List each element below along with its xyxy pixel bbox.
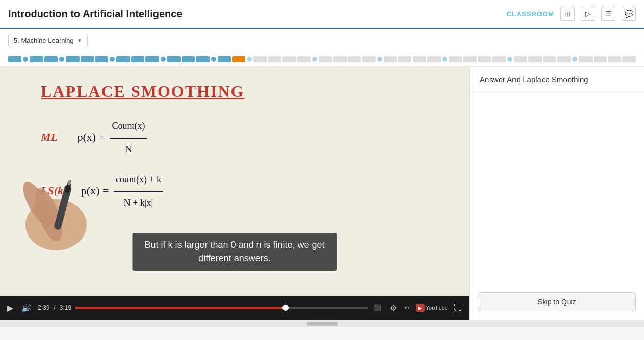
module-label: 5. Machine Learning	[14, 37, 74, 44]
video-controls: ▶ 🔊 2:39 / 3:19 ⬛ ⚙ ⚙ ▶ YouTube ⛶	[0, 296, 469, 320]
dropdown-arrow-icon: ▼	[77, 38, 82, 43]
video-panel: LAPLACE SMOOTHING ML p(x) = Count(x) N L…	[0, 67, 469, 320]
top-bar: Introduction to Artificial Intelligence …	[0, 0, 644, 29]
hand-svg	[10, 153, 112, 255]
classroom-label[interactable]: CLASSROOM	[507, 10, 555, 18]
time-separator: /	[54, 304, 55, 311]
play-icon[interactable]: ▷	[581, 7, 595, 21]
video-progress-fill	[75, 307, 286, 309]
formula-ls-denominator: N + k|x|	[122, 192, 155, 214]
whiteboard: LAPLACE SMOOTHING ML p(x) = Count(x) N L…	[0, 67, 469, 296]
youtube-label: YouTube	[426, 305, 448, 311]
formula-ml-fraction: Count(x) N	[110, 116, 147, 160]
youtube-icon: ▶	[416, 304, 425, 312]
document-icon[interactable]: ☰	[601, 7, 615, 21]
time-total: 3:19	[60, 304, 71, 311]
main-content: LAPLACE SMOOTHING ML p(x) = Count(x) N L…	[0, 67, 644, 320]
formula-ml-label: ML	[41, 130, 58, 143]
formula-ls-numerator: count(x) + k	[114, 170, 163, 192]
subtitle-line2: different answers.	[198, 253, 271, 264]
volume-button[interactable]: 🔊	[19, 301, 34, 315]
settings-button[interactable]: ⚙	[388, 301, 399, 315]
hand-illustration	[10, 153, 112, 255]
formula-ml-eq: p(x) =	[78, 130, 106, 143]
sidebar-header: Answer And Laplace Smoothing	[470, 67, 644, 92]
sub-bar: 5. Machine Learning ▼	[0, 29, 644, 53]
fullscreen-button[interactable]: ⛶	[452, 301, 464, 315]
whiteboard-title: LAPLACE SMOOTHING	[41, 82, 439, 101]
progress-bar	[0, 53, 644, 67]
bottom-scrollbar[interactable]	[0, 320, 644, 327]
play-button[interactable]: ▶	[5, 301, 15, 315]
scroll-thumb	[307, 322, 338, 326]
skip-quiz-button[interactable]: Skip to Quiz	[478, 292, 636, 311]
video-progress-track[interactable]	[75, 307, 368, 309]
time-current: 2:39	[38, 304, 49, 311]
formula-ml-numerator: Count(x)	[110, 116, 147, 139]
youtube-logo: ▶ YouTube	[416, 304, 448, 312]
module-dropdown[interactable]: 5. Machine Learning ▼	[8, 34, 88, 47]
video-progress-thumb	[282, 305, 289, 311]
sidebar: Answer And Laplace Smoothing Skip to Qui…	[469, 67, 644, 320]
formula-ml-denominator: N	[123, 139, 134, 160]
layout-icon[interactable]: ⊞	[560, 7, 575, 21]
subtitle-box: But if k is larger than 0 and n is finit…	[132, 233, 337, 271]
subtitle-line1: But if k is larger than 0 and n is finit…	[144, 240, 324, 250]
chat-icon[interactable]: 💬	[622, 7, 636, 21]
video-area: LAPLACE SMOOTHING ML p(x) = Count(x) N L…	[0, 67, 469, 296]
quality-button[interactable]: ⚙	[403, 303, 411, 313]
top-bar-right: CLASSROOM ⊞ ▷ ☰ 💬	[507, 7, 636, 21]
sidebar-header-title: Answer And Laplace Smoothing	[480, 75, 634, 84]
sidebar-body	[470, 92, 644, 284]
captions-button[interactable]: ⬛	[372, 302, 383, 313]
page-title: Introduction to Artificial Intelligence	[8, 8, 183, 20]
formula-ls-fraction: count(x) + k N + k|x|	[114, 170, 163, 213]
